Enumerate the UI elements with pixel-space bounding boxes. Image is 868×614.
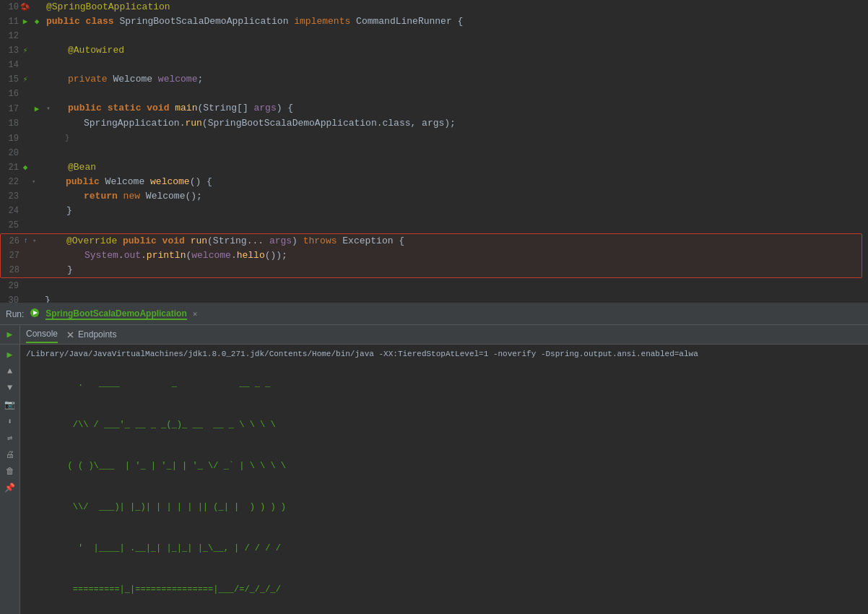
scroll-down[interactable]: ▼ bbox=[3, 381, 17, 395]
trash-icon[interactable]: 🗑 bbox=[3, 464, 17, 478]
run-controls: ▶ bbox=[0, 325, 20, 344]
spring-ascii-line-2: /\\ / ___'_ __ _ _(_)_ __ __ _ \ \ \ \ bbox=[26, 405, 862, 446]
close-run-tab[interactable]: ✕ bbox=[193, 309, 198, 319]
code-line-18: 18 SpringApplication.run(SpringBootScala… bbox=[0, 116, 868, 131]
run-toolbar-row: ▶ Console Endpoints bbox=[0, 325, 868, 345]
play-sidebar[interactable]: ▶ bbox=[3, 347, 17, 362]
autowired-icon-15: ⚡ bbox=[20, 74, 30, 85]
code-line-28: 28 } bbox=[1, 263, 862, 277]
endpoints-tab[interactable]: Endpoints bbox=[66, 327, 116, 342]
console-sidebar: ▶ ▲ ▼ 📷 ⬇ ⇌ 🖨 🗑 📌 bbox=[0, 345, 20, 614]
run-header: Run: SpringBootScalaDemoApplication ✕ bbox=[0, 303, 868, 325]
code-line-19: 19 } bbox=[0, 131, 868, 146]
autowired-icon-13: ⚡ bbox=[20, 46, 30, 56]
spring-version-line: :: Spring Boot :: (v2.4.10) bbox=[26, 610, 862, 614]
pin-icon[interactable]: 📌 bbox=[3, 480, 17, 495]
code-line-23: 23 return new Welcome(); bbox=[0, 189, 868, 204]
code-line-10: 10 🫘 @SpringBootApplication bbox=[0, 0, 868, 14]
highlighted-block: 26 ↑ ▾ @Override public void run(String.… bbox=[0, 233, 862, 278]
code-line-27: 27 System.out.println(welcome.hello()); bbox=[1, 248, 862, 263]
code-line-11: 11 ▶ ◆ public class SpringBootScalaDemoA… bbox=[0, 14, 868, 29]
run-tabs: Console Endpoints bbox=[20, 325, 116, 344]
run-icon-11[interactable]: ▶ bbox=[20, 17, 30, 27]
code-line-29: 29 bbox=[0, 279, 868, 293]
run-icon-17[interactable]: ▶ bbox=[32, 104, 42, 114]
code-line-20: 20 bbox=[0, 146, 868, 160]
code-line-22: 22 ▾ public Welcome welcome() { bbox=[0, 175, 868, 189]
scroll-up[interactable]: ▲ bbox=[3, 364, 17, 379]
spring-ascii-line-3: ( ( )\___ | '_ | '_| | '_ \/ _` | \ \ \ … bbox=[26, 446, 862, 487]
camera-icon[interactable]: 📷 bbox=[3, 397, 17, 412]
wrap-icon[interactable]: ⇌ bbox=[3, 431, 17, 445]
run-icon-header bbox=[30, 308, 40, 321]
bean-icon-11: ◆ bbox=[32, 17, 42, 27]
command-line: /Library/Java/JavaVirtualMachines/jdk1.8… bbox=[26, 347, 862, 360]
code-line-25: 25 bbox=[0, 218, 868, 233]
code-line-12: 12 bbox=[0, 29, 868, 43]
code-line-30: 30 } bbox=[0, 293, 868, 303]
run-label: Run: bbox=[6, 309, 24, 319]
code-line-17: 17 ▶ ▾public static void main(String[] a… bbox=[0, 101, 868, 116]
override-icon-26: ↑ bbox=[21, 236, 31, 246]
run-tab-name[interactable]: SpringBootScalaDemoApplication bbox=[45, 308, 186, 320]
code-line-14: 14 bbox=[0, 58, 868, 72]
code-editor: 10 🫘 @SpringBootApplication 11 ▶ ◆ publi… bbox=[0, 0, 868, 303]
code-line-24: 24 } bbox=[0, 204, 868, 218]
console-tab[interactable]: Console bbox=[26, 326, 58, 343]
spring-ascii-line-5: ' |____| .__|_| |_|_| |_\__, | / / / / bbox=[26, 528, 862, 569]
collapse-icon[interactable]: ⬇ bbox=[3, 414, 17, 428]
spring-ascii-line-4: \\/ ___)| |_)| | | | | || (_| | ) ) ) ) bbox=[26, 487, 862, 528]
code-line-21: 21 ◆ @Bean bbox=[0, 160, 868, 175]
spring-ascii-line-1: . ____ _ __ _ _ bbox=[26, 363, 862, 405]
code-line-16: 16 bbox=[0, 87, 868, 101]
play-button[interactable]: ▶ bbox=[3, 327, 17, 342]
console-content[interactable]: /Library/Java/JavaVirtualMachines/jdk1.8… bbox=[20, 345, 868, 614]
bean-icon-21: ◆ bbox=[20, 163, 30, 173]
bean-icon-10: 🫘 bbox=[20, 2, 30, 12]
code-line-26: 26 ↑ ▾ @Override public void run(String.… bbox=[1, 234, 862, 248]
print-icon[interactable]: 🖨 bbox=[3, 447, 17, 462]
spring-ascii-line-6: =========|_|===============|___/=/_/_/_/ bbox=[26, 569, 862, 610]
code-line-15: 15 ⚡ private Welcome welcome; bbox=[0, 72, 868, 87]
code-lines: 10 🫘 @SpringBootApplication 11 ▶ ◆ publi… bbox=[0, 0, 868, 303]
run-panel: Run: SpringBootScalaDemoApplication ✕ ▶ … bbox=[0, 303, 868, 614]
code-line-13: 13 ⚡ @Autowired bbox=[0, 43, 868, 58]
console-body: ▶ ▲ ▼ 📷 ⬇ ⇌ 🖨 🗑 📌 /Library/Java/JavaVirt… bbox=[0, 345, 868, 614]
